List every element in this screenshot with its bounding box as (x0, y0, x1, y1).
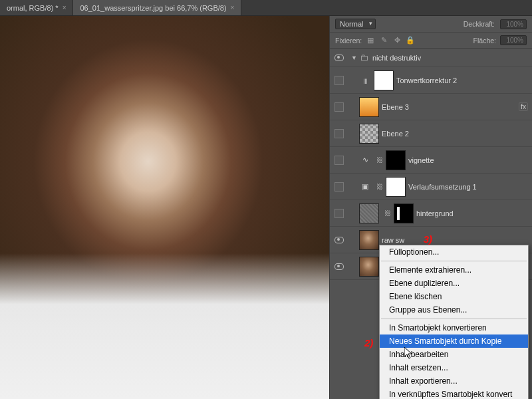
layer-name[interactable]: nicht destruktiv (372, 54, 532, 62)
close-icon[interactable]: × (63, 4, 66, 11)
layer-name[interactable]: vignette (408, 156, 532, 164)
document-tab[interactable]: 06_01_wasserspritzer.jpg bei 66,7% (RGB/… (73, 0, 241, 15)
layer-name[interactable]: Tonwertkorrektur 2 (396, 76, 532, 84)
visibility-checkbox[interactable] (334, 209, 344, 218)
curves-icon: ∿ (359, 154, 371, 166)
visibility-checkbox[interactable] (334, 182, 344, 192)
layer-thumbnail[interactable] (359, 203, 379, 223)
levels-icon: ⫼ (359, 74, 371, 86)
menu-item[interactable]: Fülloptionen... (380, 245, 528, 259)
layer-row[interactable]: Ebene 3fx (330, 94, 532, 120)
blend-mode-select[interactable]: Normal (335, 19, 376, 29)
canvas-image (0, 16, 329, 399)
layer-name[interactable]: hintergrund (416, 209, 532, 217)
menu-item[interactable]: Ebene löschen (380, 290, 528, 303)
document-tabs: ormal, RGB/8) *× 06_01_wasserspritzer.jp… (0, 0, 532, 16)
layer-group[interactable]: ▼ 🗀 nicht destruktiv (330, 49, 532, 67)
menu-separator (381, 261, 527, 261)
fill-field[interactable]: 100% (500, 35, 527, 45)
menu-item[interactable]: In Smartobjekt konvertieren (380, 321, 528, 334)
layer-name[interactable]: raw sw (382, 236, 532, 244)
menu-item[interactable]: Inhalt bearbeiten (380, 348, 528, 361)
lock-paint-icon[interactable]: ✎ (379, 36, 388, 45)
layer-row[interactable]: ⫼Tonwertkorrektur 2 (330, 67, 532, 94)
visibility-checkbox[interactable] (334, 156, 344, 165)
link-icon[interactable]: ⛓ (375, 156, 384, 164)
layer-name[interactable]: Ebene 3 (382, 103, 519, 111)
menu-separator (381, 319, 527, 319)
layer-thumbnail[interactable] (359, 257, 379, 277)
layer-name[interactable]: Verlaufsumsetzung 1 (408, 183, 532, 191)
layer-row[interactable]: Ebene 2 (330, 120, 532, 147)
close-icon[interactable]: × (231, 4, 235, 11)
layer-mask-thumbnail[interactable] (394, 203, 414, 223)
layer-mask-thumbnail[interactable] (386, 150, 406, 170)
lock-transparency-icon[interactable]: ▦ (366, 36, 375, 45)
lock-all-icon[interactable]: 🔒 (406, 36, 415, 45)
layer-row[interactable]: ⛓hintergrund (330, 200, 532, 227)
folder-icon: 🗀 (360, 53, 368, 63)
visibility-checkbox[interactable] (334, 76, 344, 85)
lock-position-icon[interactable]: ✥ (392, 36, 402, 45)
link-icon[interactable]: ⛓ (383, 209, 392, 217)
lock-row: Fixieren: ▦ ✎ ✥ 🔒 Fläche: 100% (330, 33, 532, 49)
fill-label: Fläche: (473, 37, 496, 45)
expand-icon[interactable]: ▼ (351, 55, 357, 61)
link-icon[interactable]: ⛓ (375, 183, 384, 190)
menu-item[interactable]: Ebene duplizieren... (380, 277, 528, 290)
layer-thumbnail[interactable] (359, 230, 379, 250)
menu-item[interactable]: Inhalt ersetzen... (380, 361, 528, 374)
document-tab[interactable]: ormal, RGB/8) *× (0, 0, 73, 15)
menu-item[interactable]: Neues Smartobjekt durch Kopie (380, 334, 528, 348)
lock-label: Fixieren: (335, 37, 362, 45)
layer-row[interactable]: ▣⛓Verlaufsumsetzung 1 (330, 174, 532, 200)
fx-badge[interactable]: fx (519, 102, 528, 111)
menu-item[interactable]: In verknüpftes Smartobjekt konvert (380, 388, 528, 399)
visibility-checkbox[interactable] (334, 129, 344, 138)
layer-context-menu: Fülloptionen...Elemente extrahieren...Eb… (379, 245, 529, 399)
gradmap-icon: ▣ (359, 181, 371, 193)
layer-mask-thumbnail[interactable] (374, 70, 394, 90)
visibility-icon[interactable] (334, 237, 344, 243)
menu-item[interactable]: Gruppe aus Ebenen... (380, 303, 528, 317)
visibility-icon[interactable] (334, 263, 344, 270)
blend-options-row: Normal Deckkraft: 100% (330, 16, 532, 33)
layer-row[interactable]: ∿⛓vignette (330, 147, 532, 174)
layer-thumbnail[interactable] (359, 124, 379, 144)
layer-name[interactable]: Ebene 2 (382, 130, 532, 138)
canvas-area[interactable] (0, 16, 329, 399)
menu-item[interactable]: Inhalt exportieren... (380, 374, 528, 388)
layer-mask-thumbnail[interactable] (386, 177, 406, 197)
opacity-field[interactable]: 100% (500, 19, 527, 29)
visibility-icon[interactable] (334, 55, 344, 61)
visibility-checkbox[interactable] (334, 102, 344, 112)
opacity-label: Deckkraft: (464, 20, 495, 28)
menu-item[interactable]: Elemente extrahieren... (380, 263, 528, 277)
layer-thumbnail[interactable] (359, 97, 379, 117)
